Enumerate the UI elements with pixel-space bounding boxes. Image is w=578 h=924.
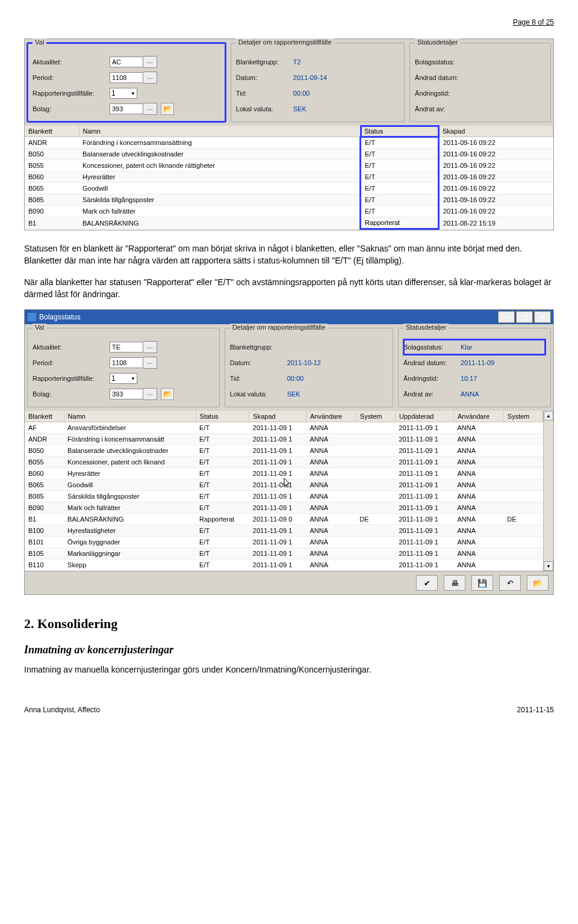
heading-konsolidering: 2. Konsolidering xyxy=(24,616,554,632)
window-titlebar[interactable]: Bolagsstatus – ▢ ✕ xyxy=(25,310,553,324)
app-window-2: Bolagsstatus – ▢ ✕ Val Aktualitet: … Per… xyxy=(24,309,554,595)
group-val-1: Val Aktualitet: … Period: … Rapportering… xyxy=(27,43,226,122)
table-row[interactable]: B085Särskilda tillgångsposterE/T2011-09-… xyxy=(25,194,553,206)
period-picker[interactable]: … xyxy=(143,72,157,84)
period-input[interactable] xyxy=(110,72,143,83)
aktualitet-picker[interactable]: … xyxy=(143,56,157,68)
table-row[interactable]: B1BALANSRÄKNINGRapporterat2011-08-22 15:… xyxy=(25,217,553,229)
col-blankett[interactable]: Blankett xyxy=(25,126,79,137)
table-row[interactable]: ANDRFörändring i koncernsammansättE/T201… xyxy=(25,434,543,445)
table-row[interactable]: B090Mark och fallrätterE/T2011-09-16 09:… xyxy=(25,206,553,217)
cursor-icon xyxy=(284,478,292,488)
table-row[interactable]: B101Övriga byggnaderE/T2011-11-09 1ANNA2… xyxy=(25,537,543,548)
close-button[interactable]: ✕ xyxy=(534,311,551,323)
table-row[interactable]: AFAnsvarsförbindelserE/T2011-11-09 1ANNA… xyxy=(25,422,543,434)
group-status-1: Statusdetaljer Bolagsstatus: Ändrad datu… xyxy=(409,43,551,122)
datum-value: 2011-09-14 xyxy=(293,74,327,81)
grid-1[interactable]: Blankett Namn Status Skapad ANDRFörändri… xyxy=(25,126,553,230)
table-row[interactable]: B055Koncessioner, patent och liknandE/T2… xyxy=(25,457,543,468)
table-row[interactable]: B090Mark och fallrätterE/T2011-11-09 1AN… xyxy=(25,502,543,514)
table-row[interactable]: B100HyresfastigheterE/T2011-11-09 1ANNA2… xyxy=(25,525,543,537)
paragraph-1: Statusen för en blankett är "Rapporterat… xyxy=(24,242,554,267)
period-label: Period: xyxy=(33,74,110,81)
table-row[interactable]: B060HyresrätterE/T2011-09-16 09:22 xyxy=(25,171,553,183)
bolag-picker[interactable]: … xyxy=(143,103,157,115)
table-row[interactable]: B050Balanserade utvecklingskostnaderE/T2… xyxy=(25,149,553,160)
bolagsstatus-row: Bolagsstatus:Klar xyxy=(403,339,545,355)
val-legend: Val xyxy=(33,38,46,46)
paragraph-2: När alla blanketter har statusen "Rappor… xyxy=(24,276,554,301)
status-legend: Statusdetaljer xyxy=(415,38,460,46)
maximize-button[interactable]: ▢ xyxy=(516,311,533,323)
table-row[interactable]: B055Koncessioner, patent och liknande rä… xyxy=(25,160,553,171)
chevron-down-icon: ▼ xyxy=(131,91,135,96)
table-row[interactable]: B110SkeppE/T2011-11-09 1ANNA2011-11-09 1… xyxy=(25,559,543,571)
table-row[interactable]: B105MarkanläggningarE/T2011-11-09 1ANNA2… xyxy=(25,548,543,559)
bolag-label: Bolag: xyxy=(33,105,110,112)
footer-author: Anna Lundqvist, Affecto xyxy=(24,706,100,714)
group-details-1: Detaljer om rapporteringstillfälle Blank… xyxy=(231,43,405,122)
minimize-button[interactable]: – xyxy=(498,311,515,323)
rapp-dropdown-2[interactable]: 1▼ xyxy=(110,373,137,384)
aktualitet-input-2[interactable] xyxy=(110,342,143,353)
aktualitet-input[interactable] xyxy=(110,57,143,67)
table-row[interactable]: B1BALANSRÄKNINGRapporterat2011-11-09 0AN… xyxy=(25,514,543,525)
save-button[interactable]: 💾 xyxy=(471,575,493,591)
open-folder-icon[interactable]: 📂 xyxy=(161,388,174,400)
app-icon xyxy=(27,312,37,322)
open-button[interactable]: 📂 xyxy=(527,575,548,591)
grupp-value: T2 xyxy=(293,58,301,66)
rapp-label: Rapporteringstillfälle: xyxy=(33,90,110,97)
bottom-toolbar: ✔ 🖶 💾 ↶ 📂 xyxy=(25,571,553,594)
group-status-2: Statusdetaljer Bolagsstatus:Klar Ändrad … xyxy=(398,328,551,407)
rapp-dropdown[interactable]: 1▼ xyxy=(110,88,137,99)
heading-inmatning: Inmatning av koncernjusteringar xyxy=(24,644,554,656)
window-title: Bolagsstatus xyxy=(37,313,498,321)
group-details-2: Detaljer om rapporteringstillfälle Blank… xyxy=(225,328,393,407)
chevron-down-icon: ▼ xyxy=(131,376,135,381)
aktualitet-label: Aktualitet: xyxy=(33,58,110,66)
col-skapad[interactable]: Skapad xyxy=(439,126,553,137)
tid-value: 00:00 xyxy=(293,90,310,97)
check-button[interactable]: ✔ xyxy=(416,575,438,591)
print-button[interactable]: 🖶 xyxy=(444,575,465,591)
scrollbar[interactable]: ▲ ▼ xyxy=(543,411,553,571)
bolag-input-2[interactable] xyxy=(110,389,143,399)
bolag-input[interactable] xyxy=(110,103,143,114)
undo-button[interactable]: ↶ xyxy=(499,575,521,591)
paragraph-3: Inmatning av manuella koncernjusteringar… xyxy=(24,664,554,676)
col-namn[interactable]: Namn xyxy=(79,126,361,137)
app-window-1: Val Aktualitet: … Period: … Rapportering… xyxy=(24,38,554,230)
table-row[interactable]: B085Särskilda tillgångsposterE/T2011-11-… xyxy=(25,491,543,502)
details-legend: Detaljer om rapporteringstillfälle xyxy=(236,38,334,46)
footer-date: 2011-11-15 xyxy=(517,706,554,714)
scroll-up-icon[interactable]: ▲ xyxy=(544,411,553,420)
col-status[interactable]: Status xyxy=(361,126,439,137)
group-val-2: Val Aktualitet: … Period: … Rapportering… xyxy=(27,328,220,407)
period-input-2[interactable] xyxy=(110,357,143,368)
grid-2[interactable]: Blankett Namn Status Skapad Användare Sy… xyxy=(25,411,543,571)
page-number: Page 8 of 25 xyxy=(24,18,554,26)
table-row[interactable]: B050Balanserade utvecklingskostnaderE/T2… xyxy=(25,445,543,457)
table-row[interactable]: ANDRFörändring i koncernsammansättningE/… xyxy=(25,137,553,149)
table-row[interactable]: B065GoodwillE/T2011-09-16 09:22 xyxy=(25,183,553,194)
open-folder-icon[interactable]: 📂 xyxy=(161,103,174,115)
valuta-value: SEK xyxy=(293,105,306,112)
table-row[interactable]: B060HyresrätterE/T2011-11-09 1ANNA2011-1… xyxy=(25,468,543,479)
scroll-down-icon[interactable]: ▼ xyxy=(544,561,553,571)
